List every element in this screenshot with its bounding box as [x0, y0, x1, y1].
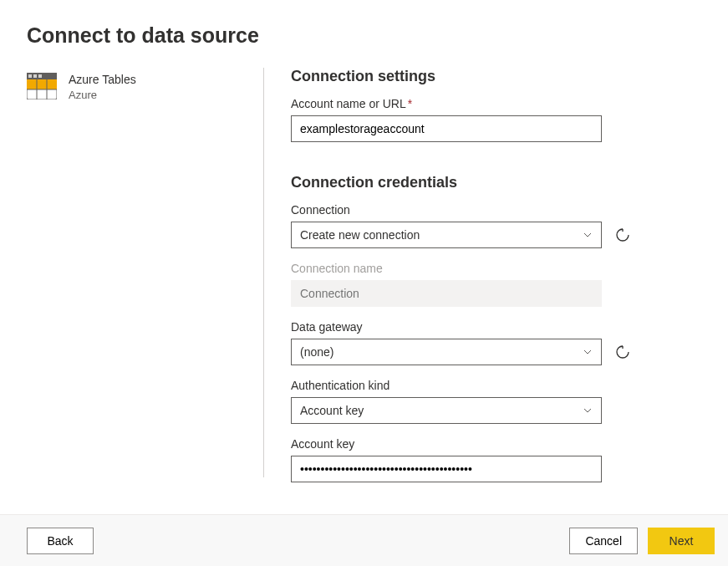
account-url-input[interactable]: [291, 115, 602, 142]
connection-name-input: [291, 280, 602, 307]
connection-label: Connection: [291, 203, 650, 217]
gateway-label: Data gateway: [291, 320, 650, 334]
connection-select-value: Create new connection: [300, 228, 420, 242]
source-panel: Azure Tables Azure: [27, 68, 263, 497]
source-title: Azure Tables: [69, 73, 136, 87]
azure-tables-icon: [27, 73, 57, 99]
svg-rect-4: [38, 74, 42, 78]
connection-credentials-header: Connection credentials: [291, 174, 650, 191]
required-asterisk: *: [408, 97, 412, 110]
auth-kind-select-value: Account key: [300, 404, 364, 417]
account-key-input[interactable]: [291, 456, 602, 482]
footer-bar: Back Cancel Next: [0, 514, 728, 566]
form-panel: Connection settings Account name or URL*…: [291, 68, 650, 497]
auth-kind-label: Authentication kind: [291, 379, 650, 392]
content-area: Azure Tables Azure Connection settings A…: [0, 54, 728, 497]
chevron-down-icon: [583, 230, 593, 240]
account-key-label: Account key: [291, 437, 650, 451]
next-button[interactable]: Next: [648, 528, 715, 554]
vertical-divider: [263, 68, 264, 477]
account-url-label: Account name or URL*: [291, 97, 650, 110]
chevron-down-icon: [583, 405, 593, 416]
chevron-down-icon: [583, 347, 593, 357]
connection-select[interactable]: Create new connection: [291, 222, 602, 248]
source-subtitle: Azure: [69, 89, 136, 101]
cancel-button[interactable]: Cancel: [569, 528, 638, 554]
svg-rect-5: [27, 79, 57, 89]
gateway-select[interactable]: (none): [291, 339, 602, 365]
auth-kind-select[interactable]: Account key: [291, 397, 602, 424]
connection-name-label: Connection name: [291, 262, 650, 275]
svg-rect-3: [33, 74, 37, 78]
refresh-gateway-button[interactable]: [613, 343, 632, 361]
connection-settings-header: Connection settings: [291, 68, 650, 85]
page-title: Connect to data source: [0, 0, 728, 54]
back-button[interactable]: Back: [27, 528, 94, 554]
gateway-select-value: (none): [300, 345, 333, 359]
svg-rect-2: [28, 74, 32, 78]
refresh-connection-button[interactable]: [613, 226, 632, 244]
